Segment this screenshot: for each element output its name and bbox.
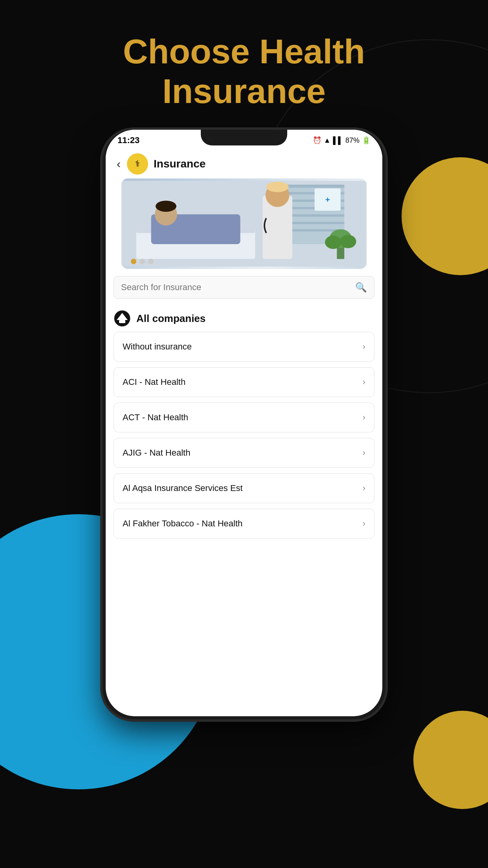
- search-container: 🔍: [106, 269, 382, 302]
- insurance-item-name: AJIG - Nat Health: [123, 448, 190, 458]
- phone-wrapper: 11:23 ⏰ ▲ ▌▌ 87% 🔋 ‹ ⚕ Insurance: [103, 130, 385, 719]
- search-input[interactable]: [121, 282, 355, 292]
- carousel-dot-2[interactable]: [139, 259, 145, 264]
- insurance-item-name: ACT - Nat Health: [123, 412, 188, 423]
- insurance-item[interactable]: Without insurance ›: [114, 332, 374, 362]
- svg-point-19: [266, 182, 289, 192]
- back-button[interactable]: ‹: [117, 157, 121, 171]
- carousel-dot-1[interactable]: [131, 259, 136, 264]
- insurance-item[interactable]: AJIG - Nat Health ›: [114, 438, 374, 468]
- app-header-title: Insurance: [154, 158, 205, 170]
- svg-point-22: [325, 235, 341, 249]
- status-icons: ⏰ ▲ ▌▌ 87% 🔋: [313, 136, 371, 145]
- hero-container: +: [106, 178, 382, 269]
- insurance-item-name: Al Aqsa Insurance Services Est: [123, 483, 243, 493]
- svg-text:+: +: [325, 195, 330, 204]
- insurance-item[interactable]: ACT - Nat Health ›: [114, 403, 374, 432]
- page-title-container: Choose Health Insurance: [0, 31, 488, 111]
- section-header: All companies: [106, 302, 382, 332]
- insurance-item[interactable]: ACI - Nat Health ›: [114, 367, 374, 397]
- hero-illustration: +: [121, 178, 367, 269]
- carousel-indicators: [131, 259, 154, 264]
- status-time: 11:23: [117, 135, 139, 145]
- insurance-item-name: Without insurance: [123, 342, 192, 352]
- chevron-right-icon: ›: [363, 412, 365, 423]
- insurance-item[interactable]: Al Fakher Tobacco - Nat Health ›: [114, 509, 374, 539]
- search-icon: 🔍: [355, 282, 367, 293]
- svg-point-16: [156, 200, 176, 211]
- logo-icon: ⚕: [135, 159, 140, 169]
- insurance-item-name: Al Fakher Tobacco - Nat Health: [123, 519, 242, 529]
- svg-rect-25: [119, 320, 125, 323]
- phone-screen: 11:23 ⏰ ▲ ▌▌ 87% 🔋 ‹ ⚕ Insurance: [106, 130, 382, 716]
- page-title: Choose Health Insurance: [0, 31, 488, 111]
- chevron-right-icon: ›: [363, 448, 365, 458]
- insurance-item[interactable]: Al Aqsa Insurance Services Est ›: [114, 473, 374, 503]
- hero-image: +: [121, 178, 367, 269]
- chevron-right-icon: ›: [363, 377, 365, 387]
- battery-icon: 🔋: [362, 136, 371, 145]
- svg-point-23: [340, 235, 356, 248]
- battery-indicator: 87%: [345, 136, 360, 145]
- chevron-right-icon: ›: [363, 519, 365, 529]
- carousel-dot-3[interactable]: [148, 259, 154, 264]
- app-header: ‹ ⚕ Insurance: [106, 148, 382, 178]
- chevron-right-icon: ›: [363, 483, 365, 493]
- section-title: All companies: [136, 313, 205, 325]
- search-bar[interactable]: 🔍: [114, 276, 374, 299]
- chevron-right-icon: ›: [363, 342, 365, 352]
- insurance-list: Without insurance › ACI - Nat Health › A…: [106, 332, 382, 544]
- wifi-icon: ▲: [324, 136, 331, 145]
- companies-icon: [114, 310, 131, 327]
- bg-gold-bottom-shape: [413, 711, 488, 809]
- app-logo: ⚕: [127, 153, 148, 175]
- phone-notch: [201, 130, 287, 145]
- insurance-item-name: ACI - Nat Health: [123, 377, 185, 387]
- alarm-icon: ⏰: [313, 136, 321, 145]
- signal-icon: ▌▌: [333, 136, 343, 145]
- phone-frame: 11:23 ⏰ ▲ ▌▌ 87% 🔋 ‹ ⚕ Insurance: [103, 130, 385, 719]
